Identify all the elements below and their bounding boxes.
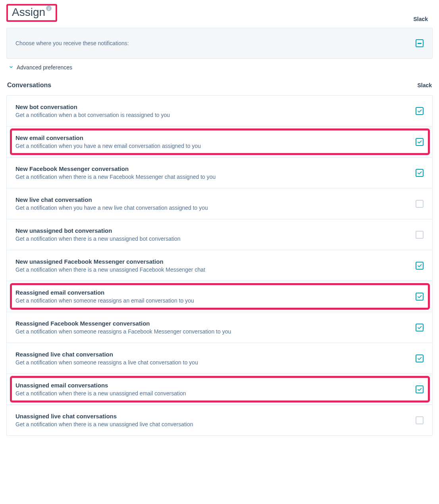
list-item-title: Reassigned Facebook Messenger conversati… (15, 320, 231, 327)
list-item-text: New unassigned bot conversationGet a not… (15, 227, 181, 242)
list-item-text: New Facebook Messenger conversationGet a… (15, 165, 216, 180)
slack-checkbox[interactable] (416, 355, 424, 362)
notification-channel-notice: Choose where you receive these notificat… (6, 28, 433, 59)
slack-checkbox[interactable] (416, 262, 424, 270)
list-item-description: Get a notification when there is a new u… (15, 266, 205, 273)
slack-checkbox[interactable] (416, 324, 424, 332)
list-item: New unassigned Facebook Messenger conver… (7, 250, 432, 281)
notification-list: New bot conversationGet a notification w… (6, 95, 433, 436)
list-item-text: Unassigned email conversationsGet a noti… (15, 382, 186, 397)
column-header-slack: Slack (417, 82, 432, 88)
list-item: New live chat conversationGet a notifica… (7, 188, 432, 219)
list-item: New email conversationGet a notification… (7, 126, 432, 157)
list-item-text: Unassigned live chat conversationsGet a … (15, 413, 193, 427)
slack-checkbox[interactable] (416, 231, 424, 239)
list-item-description: Get a notification when someone reassign… (15, 328, 231, 335)
list-item: Unassigned email conversationsGet a noti… (7, 374, 432, 404)
list-item-description: Get a notification when a bot conversati… (15, 112, 170, 118)
list-item-title: Reassigned live chat conversation (15, 351, 198, 358)
slack-checkbox[interactable] (416, 200, 424, 208)
slack-checkbox[interactable] (416, 416, 424, 424)
slack-checkbox[interactable] (416, 107, 424, 115)
chevron-down-icon (9, 65, 13, 70)
list-item-description: Get a notification when there is a new F… (15, 174, 216, 180)
list-item-text: New unassigned Facebook Messenger conver… (15, 258, 205, 273)
list-item-text: Reassigned live chat conversationGet a n… (15, 351, 198, 366)
list-item-description: Get a notification when there is a new u… (15, 421, 193, 427)
list-item: Reassigned email conversationGet a notif… (7, 281, 432, 312)
list-item: New bot conversationGet a notification w… (7, 96, 432, 126)
list-item-title: Unassigned live chat conversations (15, 413, 193, 420)
list-item-description: Get a notification when you have a new e… (15, 143, 201, 149)
list-item: New unassigned bot conversationGet a not… (7, 219, 432, 250)
list-item-title: New email conversation (15, 134, 201, 141)
list-item-text: New email conversationGet a notification… (15, 134, 201, 149)
list-item-title: New Facebook Messenger conversation (15, 165, 216, 172)
section-title-conversations: Conversations (7, 82, 51, 89)
list-item-description: Get a notification when there is a new u… (15, 236, 181, 242)
list-item-text: Reassigned Facebook Messenger conversati… (15, 320, 231, 335)
column-header-slack-top: Slack (413, 16, 428, 22)
list-item-text: New bot conversationGet a notification w… (15, 103, 170, 118)
list-item-text: New live chat conversationGet a notifica… (15, 196, 208, 211)
minus-icon (418, 43, 422, 44)
slack-checkbox[interactable] (416, 385, 424, 393)
list-item: Reassigned Facebook Messenger conversati… (7, 312, 432, 343)
list-item-title: Reassigned email conversation (15, 289, 194, 296)
list-item-title: Unassigned email conversations (15, 382, 186, 389)
list-item-title: New bot conversation (15, 103, 170, 110)
advanced-preferences-label: Advanced preferences (17, 64, 72, 71)
slack-checkbox[interactable] (416, 169, 424, 177)
slack-checkbox[interactable] (416, 138, 424, 146)
list-item-description: Get a notification when someone reassign… (15, 297, 194, 304)
page-title-highlight: Assign i (6, 4, 57, 22)
list-item-description: Get a notification when someone reassign… (15, 359, 198, 366)
list-item-description: Get a notification when you have a new l… (15, 205, 208, 211)
info-icon[interactable]: i (46, 6, 52, 11)
list-item-description: Get a notification when there is a new u… (15, 390, 186, 397)
list-item: Unassigned live chat conversationsGet a … (7, 404, 432, 435)
notice-indeterminate-checkbox[interactable] (416, 39, 424, 47)
list-item: New Facebook Messenger conversationGet a… (7, 157, 432, 188)
page-title: Assign (12, 6, 45, 19)
list-item-text: Reassigned email conversationGet a notif… (15, 289, 194, 304)
list-item: Reassigned live chat conversationGet a n… (7, 343, 432, 374)
list-item-title: New live chat conversation (15, 196, 208, 203)
notice-text: Choose where you receive these notificat… (15, 40, 129, 46)
slack-checkbox[interactable] (416, 293, 424, 301)
advanced-preferences-toggle[interactable]: Advanced preferences (6, 64, 433, 71)
list-item-title: New unassigned Facebook Messenger conver… (15, 258, 205, 265)
list-item-title: New unassigned bot conversation (15, 227, 181, 234)
